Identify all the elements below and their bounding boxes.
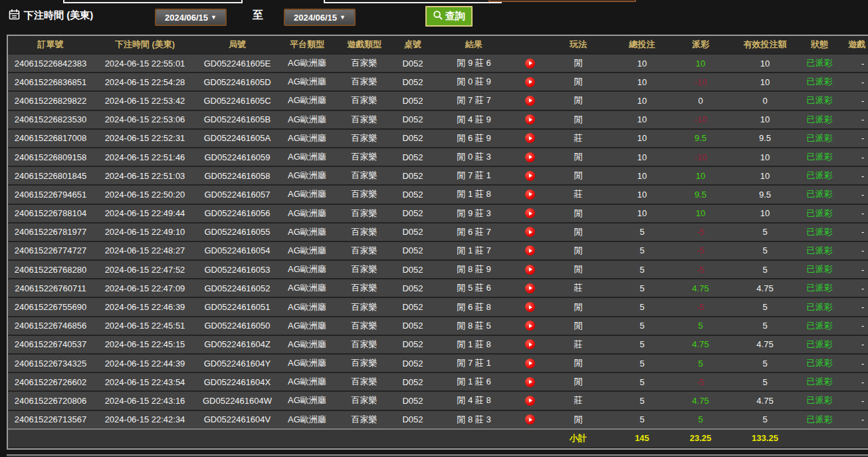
replay-cell <box>514 77 545 87</box>
valid-bet-cell: 0 <box>728 96 802 106</box>
play-method-cell: 莊 <box>545 188 611 200</box>
replay-play-icon[interactable] <box>525 245 535 255</box>
replay-play-icon[interactable] <box>525 152 535 162</box>
replay-play-icon[interactable] <box>525 396 535 406</box>
table-number-cell: D052 <box>392 114 433 124</box>
status-cell: 已派彩 <box>802 301 837 313</box>
table-row: 2406152267468562024-06-15 22:45:51GD0522… <box>8 316 868 335</box>
order-number-cell: 240615226755690 <box>8 302 93 312</box>
result-cell: 閒 9 莊 6 <box>433 57 514 69</box>
date-to-value: 2024/06/15 <box>294 13 337 23</box>
replay-play-icon[interactable] <box>525 227 535 237</box>
date-to-select[interactable]: 2024/06/15 ▼ <box>284 9 356 26</box>
replay-play-icon[interactable] <box>525 302 535 312</box>
table-row: 2406152267819772024-06-15 22:49:10GD0522… <box>8 222 868 241</box>
replay-cell <box>514 245 545 255</box>
date-from-select[interactable]: 2024/06/15 ▼ <box>155 9 227 26</box>
replay-cell <box>514 133 545 143</box>
platform-cell: AG歐洲廳 <box>278 263 336 275</box>
result-cell: 閒 8 莊 3 <box>433 414 514 426</box>
replay-play-icon[interactable] <box>525 283 535 293</box>
valid-bet-cell: 10 <box>728 59 802 69</box>
chevron-down-icon: ▼ <box>340 14 346 21</box>
game-type-cell: 百家樂 <box>336 394 392 406</box>
total-bet-cell: 10 <box>611 59 673 69</box>
round-number-cell: GD0522461604X <box>197 377 278 387</box>
result-cell: 閒 7 莊 7 <box>433 94 514 106</box>
status-cell: 已派彩 <box>802 414 837 426</box>
valid-bet-cell: 5 <box>728 377 802 387</box>
game-type-cell: 百家樂 <box>336 114 392 126</box>
replay-play-icon[interactable] <box>525 133 535 143</box>
round-number-cell: GD05224616050 <box>197 321 278 331</box>
replay-cell <box>514 339 545 349</box>
game-cell: - <box>837 96 868 106</box>
bet-time-cell: 2024-06-15 22:51:46 <box>93 152 197 162</box>
chevron-down-icon: ▼ <box>211 14 217 21</box>
round-number-cell: GD0522461604Y <box>197 359 278 369</box>
valid-bet-cell: 5 <box>728 245 802 255</box>
replay-play-icon[interactable] <box>525 321 535 331</box>
valid-bet-cell: 9.5 <box>728 190 802 200</box>
game-type-cell: 百家樂 <box>336 57 392 69</box>
replay-play-icon[interactable] <box>525 171 535 181</box>
round-number-cell: GD05224616056 <box>197 208 278 218</box>
replay-play-icon[interactable] <box>525 339 535 349</box>
bet-time-cell: 2024-06-15 22:43:16 <box>93 396 197 406</box>
table-header-row: 訂單號下注時間 (美東)局號平台類型遊戲類型桌號結果玩法總投注派彩有效投注額狀態… <box>8 36 868 53</box>
result-cell: 閒 1 莊 6 <box>433 376 514 388</box>
table-row: 2406152267607112024-06-15 22:47:09GD0522… <box>8 278 868 297</box>
calendar-icon <box>9 9 20 23</box>
total-bet-cell: 5 <box>611 227 673 237</box>
round-number-cell: GD05224616059 <box>197 152 278 162</box>
replay-play-icon[interactable] <box>525 377 535 387</box>
table-row: 2406152267747272024-06-15 22:48:27GD0522… <box>8 241 868 259</box>
replay-cell <box>514 114 545 124</box>
order-number-cell: 240615226774727 <box>8 245 93 255</box>
play-method-cell: 閒 <box>545 301 611 313</box>
replay-play-icon[interactable] <box>525 359 535 369</box>
bet-time-cell: 2024-06-15 22:46:39 <box>93 302 197 312</box>
bet-time-label: 下注時間 (美東) <box>24 9 93 22</box>
search-button[interactable]: 查詢 <box>425 6 473 27</box>
payout-cell: -5 <box>673 302 728 312</box>
game-cell: - <box>837 227 868 237</box>
col-header-round: 局號 <box>197 39 278 51</box>
order-number-cell: 240615226842383 <box>8 59 93 69</box>
platform-cell: AG歐洲廳 <box>278 394 336 406</box>
result-cell: 閒 1 莊 7 <box>433 245 514 257</box>
replay-play-icon[interactable] <box>525 265 535 275</box>
play-method-cell: 閒 <box>545 208 611 220</box>
valid-bet-cell: 5 <box>728 359 802 369</box>
play-method-cell: 閒 <box>545 170 611 182</box>
replay-cell <box>514 302 545 312</box>
replay-cell <box>514 152 545 162</box>
replay-play-icon[interactable] <box>525 208 535 218</box>
replay-play-icon[interactable] <box>525 414 535 424</box>
game-type-cell: 百家樂 <box>336 226 392 238</box>
table-number-cell: D052 <box>392 302 433 312</box>
replay-cell <box>514 171 545 181</box>
order-number-cell: 240615226801845 <box>8 171 93 181</box>
replay-play-icon[interactable] <box>525 114 535 124</box>
result-cell: 閒 1 莊 8 <box>433 188 514 200</box>
replay-play-icon[interactable] <box>525 59 535 69</box>
round-number-cell: GD0522461605B <box>197 114 278 124</box>
replay-play-icon[interactable] <box>525 190 535 200</box>
table-number-cell: D052 <box>392 414 433 424</box>
game-type-cell: 百家樂 <box>336 357 392 369</box>
total-bet-cell: 5 <box>611 377 673 387</box>
total-bet-cell: 5 <box>611 414 673 424</box>
play-triangle <box>529 118 532 122</box>
play-method-cell: 閒 <box>545 114 611 126</box>
total-bet-cell: 10 <box>611 208 673 218</box>
round-number-cell: GD05224616058 <box>197 171 278 181</box>
status-cell: 已派彩 <box>802 76 837 88</box>
play-method-cell: 閒 <box>545 245 611 257</box>
replay-play-icon[interactable] <box>525 77 535 87</box>
platform-cell: AG歐洲廳 <box>278 282 336 294</box>
replay-play-icon[interactable] <box>525 96 535 106</box>
play-triangle <box>529 343 532 347</box>
platform-cell: AG歐洲廳 <box>278 245 336 257</box>
play-triangle <box>529 324 532 328</box>
